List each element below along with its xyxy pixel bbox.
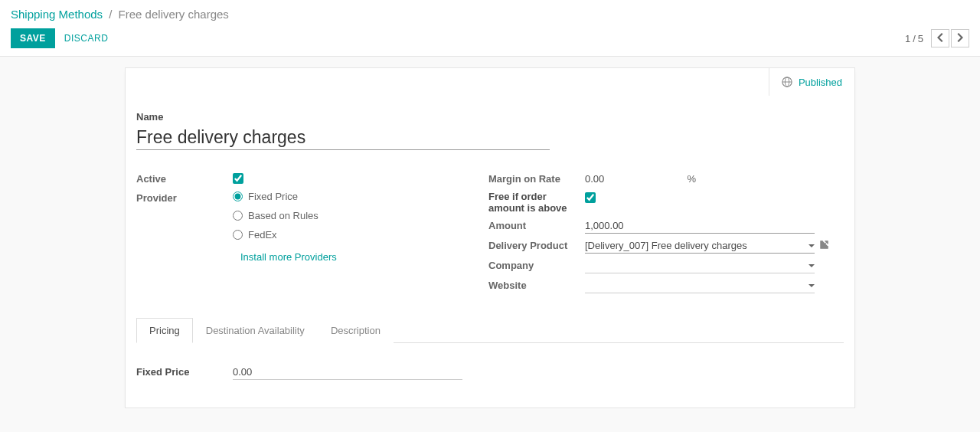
margin-label: Margin on Rate [488, 172, 585, 185]
pager-current: 1 [905, 33, 910, 44]
published-label: Published [799, 77, 842, 88]
delivery-product-dropdown[interactable]: [Delivery_007] Free delivery charges [585, 238, 815, 254]
company-label: Company [488, 258, 585, 271]
fixed-price-label: Fixed Price [136, 365, 233, 378]
provider-label: Provider [136, 191, 233, 204]
chevron-down-icon [808, 240, 815, 251]
name-input[interactable] [136, 123, 550, 150]
discard-button[interactable]: DISCARD [64, 33, 109, 44]
action-bar: SAVE DISCARD 1 / 5 [0, 25, 980, 57]
website-label: Website [488, 278, 585, 291]
provider-radio-fixed-label[interactable]: Fixed Price [248, 191, 298, 202]
pager-total: 5 [918, 33, 923, 44]
breadcrumb-link-parent[interactable]: Shipping Methods [11, 8, 103, 21]
pager-next-button[interactable] [951, 29, 969, 47]
active-label: Active [136, 172, 233, 185]
chevron-left-icon [936, 33, 944, 44]
pager-slash: / [913, 33, 916, 44]
chevron-down-icon [808, 280, 815, 291]
chevron-right-icon [956, 33, 964, 44]
free-above-label: Free if order amount is above [488, 191, 585, 214]
delivery-product-value: [Delivery_007] Free delivery charges [585, 240, 808, 251]
amount-label: Amount [488, 218, 585, 231]
form-card: Published Name Active Provider [125, 67, 855, 408]
provider-radio-fedex[interactable] [233, 230, 243, 240]
company-dropdown[interactable] [585, 258, 815, 273]
save-button[interactable]: SAVE [11, 28, 55, 48]
install-more-providers-link[interactable]: Install more Providers [240, 251, 337, 263]
provider-radio-rules[interactable] [233, 211, 243, 221]
external-link-icon [819, 241, 829, 252]
globe-icon [782, 77, 792, 87]
website-dropdown[interactable] [585, 278, 815, 293]
tab-destination-availability[interactable]: Destination Availability [193, 318, 318, 343]
breadcrumb: Shipping Methods / Free delivery charges [0, 0, 980, 25]
provider-radio-rules-label[interactable]: Based on Rules [248, 210, 318, 221]
card-header: Published [126, 68, 854, 96]
amount-input[interactable] [585, 218, 815, 234]
provider-radio-fedex-label[interactable]: FedEx [248, 229, 277, 241]
external-link-button[interactable] [819, 240, 829, 252]
provider-radio-fixed[interactable] [233, 191, 243, 201]
name-label: Name [136, 111, 844, 123]
chevron-down-icon [808, 260, 815, 271]
margin-input[interactable] [585, 172, 675, 186]
tab-description[interactable]: Description [318, 318, 394, 343]
delivery-product-label: Delivery Product [488, 238, 585, 251]
free-above-checkbox[interactable] [585, 192, 596, 203]
pager-prev-button[interactable] [931, 29, 949, 47]
fixed-price-input[interactable] [233, 365, 462, 380]
tab-pricing[interactable]: Pricing [136, 318, 193, 343]
percent-symbol: % [687, 173, 696, 185]
breadcrumb-current: Free delivery charges [119, 8, 229, 21]
active-checkbox[interactable] [233, 173, 243, 184]
tabs-bar: Pricing Destination Availability Descrip… [136, 318, 844, 343]
breadcrumb-separator: / [109, 8, 112, 21]
published-toggle[interactable]: Published [769, 68, 854, 96]
pager: 1 / 5 [905, 29, 969, 47]
tab-content-pricing: Fixed Price [136, 343, 844, 380]
